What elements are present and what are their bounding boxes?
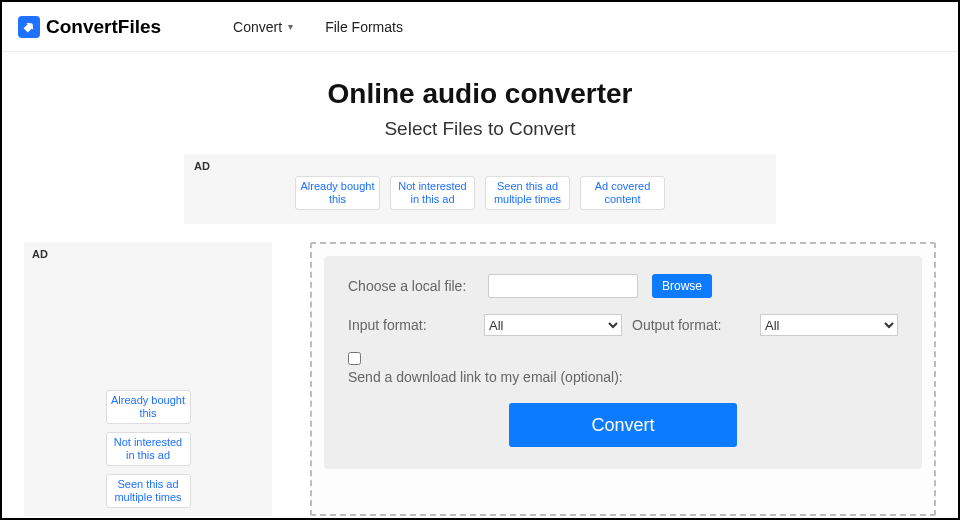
converter-panel: Choose a local file: Browse Input format… bbox=[310, 242, 936, 516]
main-nav: Convert ▾ File Formats bbox=[233, 19, 403, 35]
brand-icon bbox=[18, 16, 40, 38]
brand-text: ConvertFiles bbox=[46, 16, 161, 38]
page-subtitle: Select Files to Convert bbox=[2, 118, 958, 140]
converter-form: Choose a local file: Browse Input format… bbox=[324, 256, 922, 469]
nav-file-formats[interactable]: File Formats bbox=[325, 19, 403, 35]
nav-convert[interactable]: Convert ▾ bbox=[233, 19, 293, 35]
content-row: AD Already bought this Not interested in… bbox=[2, 224, 958, 516]
row-formats: Input format: All Output format: All bbox=[348, 314, 898, 336]
row-choose-file: Choose a local file: Browse bbox=[348, 274, 898, 298]
ad-label: AD bbox=[194, 160, 210, 172]
convert-button[interactable]: Convert bbox=[509, 403, 737, 447]
input-format-select[interactable]: All bbox=[484, 314, 622, 336]
page-title: Online audio converter bbox=[2, 78, 958, 110]
browse-button[interactable]: Browse bbox=[652, 274, 712, 298]
header-bar: ConvertFiles Convert ▾ File Formats bbox=[2, 2, 958, 52]
nav-formats-label: File Formats bbox=[325, 19, 403, 35]
ad-btn-seen-multiple[interactable]: Seen this ad multiple times bbox=[485, 176, 570, 210]
ad-side-btn-already-bought[interactable]: Already bought this bbox=[106, 390, 191, 424]
ad-side: AD Already bought this Not interested in… bbox=[24, 242, 272, 516]
output-format-select[interactable]: All bbox=[760, 314, 898, 336]
file-path-input[interactable] bbox=[488, 274, 638, 298]
chevron-down-icon: ▾ bbox=[288, 21, 293, 32]
nav-convert-label: Convert bbox=[233, 19, 282, 35]
brand[interactable]: ConvertFiles bbox=[18, 16, 161, 38]
output-format-label: Output format: bbox=[632, 317, 721, 333]
ad-side-feedback: Already bought this Not interested in th… bbox=[32, 390, 264, 508]
email-link-checkbox[interactable] bbox=[348, 352, 361, 365]
ad-side-btn-not-interested[interactable]: Not interested in this ad bbox=[106, 432, 191, 466]
ad-btn-not-interested[interactable]: Not interested in this ad bbox=[390, 176, 475, 210]
ad-btn-already-bought[interactable]: Already bought this bbox=[295, 176, 380, 210]
choose-file-label: Choose a local file: bbox=[348, 278, 474, 294]
input-format-label: Input format: bbox=[348, 317, 474, 333]
row-email-option: Send a download link to my email (option… bbox=[348, 352, 898, 385]
ad-feedback-row: Already bought this Not interested in th… bbox=[198, 176, 762, 210]
ad-label: AD bbox=[32, 248, 48, 260]
ad-btn-covered-content[interactable]: Ad covered content bbox=[580, 176, 665, 210]
ad-top: AD Already bought this Not interested in… bbox=[184, 154, 776, 224]
email-link-label: Send a download link to my email (option… bbox=[348, 369, 623, 385]
ad-side-btn-seen-multiple[interactable]: Seen this ad multiple times bbox=[106, 474, 191, 508]
